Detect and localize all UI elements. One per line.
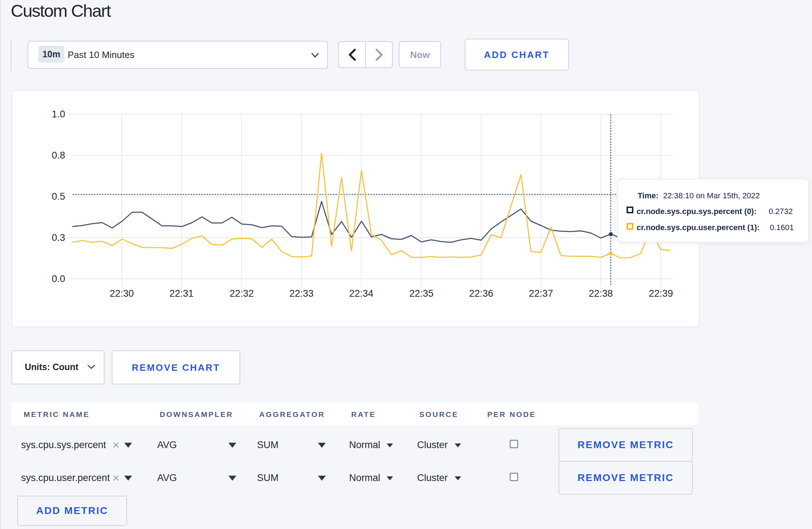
svg-text:0.0: 0.0 <box>52 273 65 284</box>
svg-text:22:37: 22:37 <box>529 288 553 299</box>
svg-text:22:35: 22:35 <box>409 288 434 299</box>
svg-text:1.0: 1.0 <box>52 109 65 120</box>
svg-text:22:39: 22:39 <box>649 288 673 299</box>
svg-text:22:38: 22:38 <box>589 288 613 299</box>
svg-text:22:34: 22:34 <box>349 288 373 299</box>
svg-text:22:33: 22:33 <box>289 288 314 299</box>
svg-text:0.8: 0.8 <box>52 150 65 161</box>
svg-text:22:36: 22:36 <box>469 288 493 299</box>
svg-text:22:31: 22:31 <box>169 288 194 299</box>
svg-text:0.5: 0.5 <box>52 191 65 202</box>
svg-text:22:30: 22:30 <box>110 288 134 299</box>
svg-text:0.3: 0.3 <box>52 232 65 243</box>
svg-text:22:32: 22:32 <box>229 288 254 299</box>
